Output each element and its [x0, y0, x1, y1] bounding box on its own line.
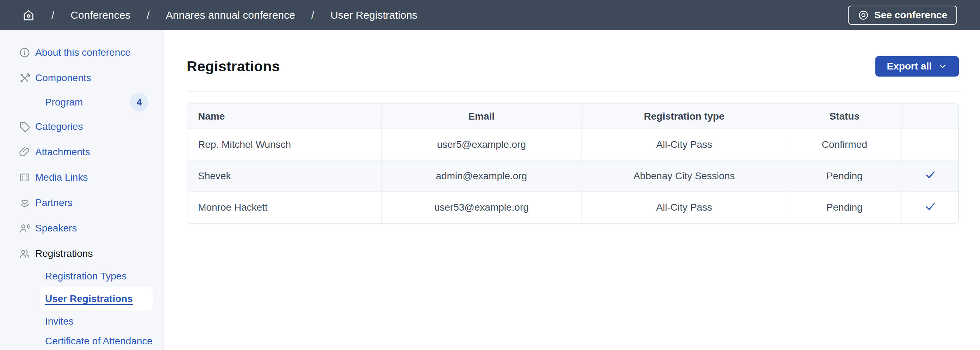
- action-cell: [902, 160, 958, 192]
- sidebar-item-label: Attachments: [35, 146, 90, 158]
- sidebar-nav: About this conference Components Program: [0, 40, 164, 350]
- column-header-status: Status: [787, 104, 902, 129]
- action-cell: [902, 129, 958, 160]
- user-voice-icon: [19, 222, 31, 234]
- email-cell: user5@example.org: [382, 129, 581, 160]
- sidebar-item-label: Program: [45, 97, 83, 108]
- sidebar-item-certificate-of-attendance[interactable]: Certificate of Attendance: [40, 331, 153, 350]
- sidebar-item-components[interactable]: Components: [0, 65, 164, 91]
- hand-heart-icon: [19, 197, 31, 209]
- paperclip-icon: [19, 146, 31, 158]
- tag-icon: [19, 121, 31, 133]
- sidebar-item-label: Components: [35, 72, 91, 84]
- film-icon: [19, 171, 31, 184]
- see-conference-button[interactable]: See conference: [848, 6, 957, 25]
- info-icon: [19, 46, 31, 59]
- sidebar-item-registrations[interactable]: Registrations: [0, 241, 164, 266]
- sidebar-item-label: Categories: [35, 121, 83, 132]
- sidebar-item-categories[interactable]: Categories: [0, 114, 164, 139]
- see-conference-label: See conference: [874, 10, 947, 21]
- group-icon: [19, 248, 31, 260]
- action-cell: [902, 192, 958, 223]
- status-cell: Pending: [787, 160, 902, 192]
- export-all-label: Export all: [887, 61, 932, 72]
- eye-icon: [858, 10, 869, 21]
- section-divider: [187, 91, 959, 91]
- status-cell: Pending: [787, 192, 902, 223]
- registrations-table-container: Name Email Registration type Status Rep.…: [187, 103, 959, 224]
- column-header-email: Email: [382, 104, 581, 129]
- sidebar-item-label: Partners: [35, 197, 73, 209]
- sidebar-item-speakers[interactable]: Speakers: [0, 216, 164, 241]
- sidebar-item-registration-types[interactable]: Registration Types: [40, 266, 126, 286]
- registrations-subnav: Registration Types User Registrations In…: [0, 266, 164, 350]
- registration-type-cell: All-City Pass: [581, 129, 787, 160]
- home-link[interactable]: [22, 8, 35, 22]
- sidebar-item-media-links[interactable]: Media Links: [0, 165, 164, 190]
- name-cell: Shevek: [188, 160, 382, 192]
- main-content: Registrations Export all Name: [164, 30, 980, 350]
- column-header-actions: [902, 104, 958, 129]
- column-header-name: Name: [188, 104, 382, 129]
- confirm-check-icon[interactable]: [924, 200, 936, 213]
- column-header-registration-type: Registration type: [581, 104, 787, 129]
- chevron-down-icon: [938, 61, 948, 71]
- tools-icon: [19, 72, 31, 84]
- registrations-table: Name Email Registration type Status Rep.…: [188, 104, 958, 223]
- home-gear-icon: [22, 8, 35, 22]
- export-all-button[interactable]: Export all: [875, 56, 959, 77]
- topbar: / Conferences / Annares annual conferenc…: [0, 0, 980, 30]
- sidebar-item-user-registrations[interactable]: User Registrations: [40, 287, 153, 310]
- sidebar-item-program[interactable]: Program 4: [0, 91, 164, 114]
- sidebar: About this conference Components Program: [0, 30, 164, 350]
- breadcrumb-separator: /: [51, 9, 54, 21]
- breadcrumb-item-conference-name[interactable]: Annares annual conference: [166, 9, 295, 21]
- sidebar-item-about[interactable]: About this conference: [0, 40, 164, 65]
- name-cell: Monroe Hackett: [188, 192, 382, 223]
- sidebar-item-partners[interactable]: Partners: [0, 190, 164, 216]
- sidebar-item-label: Registrations: [35, 248, 93, 259]
- sidebar-item-invites[interactable]: Invites: [40, 312, 74, 331]
- confirm-check-icon[interactable]: [924, 169, 936, 181]
- email-cell: admin@example.org: [382, 160, 581, 192]
- registration-type-cell: Abbenay City Sessions: [581, 160, 787, 192]
- sidebar-item-label: About this conference: [35, 47, 131, 58]
- sidebar-item-attachments[interactable]: Attachments: [0, 139, 164, 165]
- sidebar-item-label: Speakers: [35, 223, 77, 234]
- breadcrumb-separator: /: [146, 9, 150, 21]
- breadcrumb: / Conferences / Annares annual conferenc…: [22, 8, 848, 22]
- page-title: Registrations: [187, 58, 280, 75]
- table-row: Shevek admin@example.org Abbenay City Se…: [188, 160, 958, 192]
- status-cell: Confirmed: [787, 129, 902, 160]
- table-header-row: Name Email Registration type Status: [188, 104, 958, 129]
- table-row: Rep. Mitchel Wunsch user5@example.org Al…: [188, 129, 958, 160]
- breadcrumb-item-user-registrations[interactable]: User Registrations: [331, 9, 417, 21]
- name-cell: Rep. Mitchel Wunsch: [188, 129, 382, 160]
- table-row: Monroe Hackett user53@example.org All-Ci…: [188, 192, 958, 223]
- program-count-badge: 4: [130, 93, 148, 112]
- registration-type-cell: All-City Pass: [581, 192, 787, 223]
- email-cell: user53@example.org: [382, 192, 581, 223]
- breadcrumb-separator: /: [312, 9, 314, 21]
- sidebar-item-label: Media Links: [35, 172, 88, 183]
- breadcrumb-item-conferences[interactable]: Conferences: [70, 9, 130, 21]
